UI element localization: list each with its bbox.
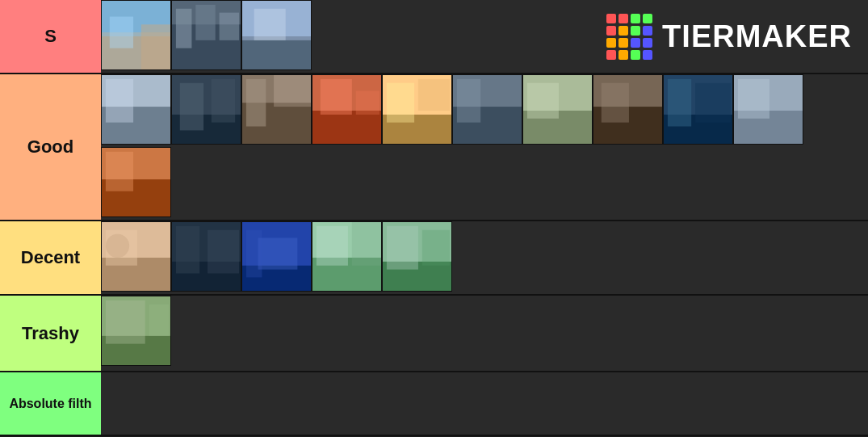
svg-rect-38 bbox=[527, 83, 559, 119]
svg-rect-19 bbox=[180, 83, 203, 131]
svg-rect-26 bbox=[312, 111, 381, 144]
tier-image[interactable] bbox=[733, 74, 803, 145]
tier-image[interactable] bbox=[101, 74, 171, 145]
tier-content-trashy bbox=[101, 296, 868, 371]
svg-rect-4 bbox=[141, 24, 170, 69]
tier-image[interactable] bbox=[382, 74, 452, 145]
svg-rect-48 bbox=[738, 79, 769, 119]
svg-rect-11 bbox=[242, 36, 311, 69]
svg-rect-62 bbox=[258, 238, 298, 270]
tier-image[interactable] bbox=[171, 0, 241, 70]
svg-rect-41 bbox=[602, 83, 629, 123]
tier-row-decent: Decent bbox=[0, 221, 868, 296]
tier-image[interactable] bbox=[171, 221, 241, 292]
tier-image[interactable] bbox=[241, 74, 312, 145]
svg-rect-35 bbox=[457, 79, 480, 123]
tier-row-trashy: Trashy bbox=[0, 296, 868, 372]
tier-label-absolute: Absolute filth bbox=[0, 372, 101, 435]
tier-image[interactable] bbox=[171, 74, 241, 145]
svg-rect-71 bbox=[422, 230, 450, 266]
svg-rect-8 bbox=[195, 5, 215, 40]
svg-rect-59 bbox=[208, 230, 239, 274]
svg-rect-44 bbox=[668, 79, 691, 127]
svg-rect-31 bbox=[387, 83, 414, 123]
svg-rect-67 bbox=[352, 222, 381, 266]
svg-rect-24 bbox=[274, 75, 311, 107]
svg-rect-9 bbox=[220, 13, 239, 40]
tier-image[interactable] bbox=[663, 74, 733, 145]
svg-rect-66 bbox=[317, 226, 348, 266]
svg-rect-70 bbox=[387, 226, 418, 270]
tier-image[interactable] bbox=[241, 221, 312, 292]
tier-label-trashy: Trashy bbox=[0, 296, 101, 371]
svg-rect-13 bbox=[254, 9, 286, 40]
svg-rect-28 bbox=[356, 91, 379, 115]
svg-rect-63 bbox=[246, 230, 262, 278]
tier-row-s: S bbox=[0, 0, 868, 74]
tier-content-s bbox=[101, 0, 868, 73]
tier-image[interactable] bbox=[593, 74, 663, 145]
svg-rect-23 bbox=[246, 79, 266, 127]
tier-content-absolute bbox=[101, 372, 868, 435]
svg-rect-51 bbox=[106, 152, 133, 191]
svg-rect-27 bbox=[321, 79, 352, 115]
tier-image[interactable] bbox=[101, 221, 171, 292]
svg-rect-3 bbox=[110, 17, 133, 48]
tier-label-decent: Decent bbox=[0, 221, 101, 294]
tier-image[interactable] bbox=[312, 74, 382, 145]
svg-rect-20 bbox=[212, 79, 235, 123]
tier-row-absolute: Absolute filth bbox=[0, 372, 868, 436]
tier-image[interactable] bbox=[101, 0, 171, 70]
svg-rect-58 bbox=[176, 226, 199, 274]
svg-rect-7 bbox=[176, 9, 192, 48]
tier-row-good: Good bbox=[0, 74, 868, 221]
tier-list: S bbox=[0, 0, 868, 436]
tier-label-s: S bbox=[0, 0, 101, 73]
tier-image[interactable] bbox=[312, 221, 382, 292]
tier-image[interactable] bbox=[101, 296, 171, 366]
tier-label-good: Good bbox=[0, 74, 101, 220]
svg-point-55 bbox=[106, 234, 129, 258]
tier-content-decent bbox=[101, 221, 868, 294]
tier-content-good bbox=[101, 74, 868, 220]
svg-rect-45 bbox=[695, 83, 731, 123]
svg-rect-74 bbox=[106, 300, 145, 344]
svg-rect-16 bbox=[106, 79, 133, 123]
svg-rect-75 bbox=[149, 305, 169, 336]
tier-image[interactable] bbox=[522, 74, 593, 145]
tier-image[interactable] bbox=[382, 221, 452, 292]
tier-image[interactable] bbox=[241, 0, 312, 70]
tier-image[interactable] bbox=[452, 74, 522, 145]
svg-rect-32 bbox=[418, 79, 450, 111]
tier-list-wrapper: S bbox=[0, 0, 868, 436]
tier-image[interactable] bbox=[101, 147, 171, 217]
